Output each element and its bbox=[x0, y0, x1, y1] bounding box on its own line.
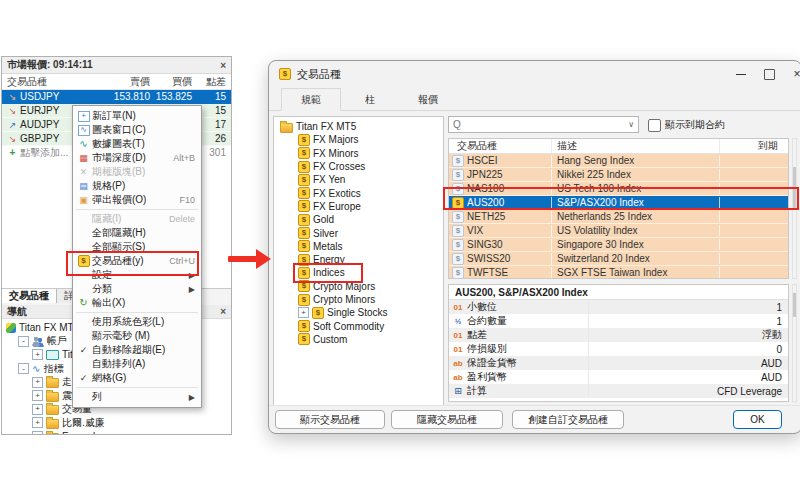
menu-item[interactable]: 列▶ bbox=[73, 390, 201, 404]
menu-item[interactable]: $ 交易品種(y)Ctrl+U bbox=[73, 254, 201, 268]
close-button[interactable]: × bbox=[783, 64, 800, 84]
column-ask[interactable]: 買價 bbox=[150, 75, 192, 89]
table-scrollbar[interactable] bbox=[792, 138, 797, 279]
tree-expander[interactable]: + bbox=[32, 404, 43, 415]
property-label: 保證金貨幣 bbox=[467, 356, 588, 370]
column-symbol[interactable]: 交易品種 bbox=[449, 139, 552, 153]
checkbox-icon[interactable] bbox=[648, 119, 661, 132]
mt5-logo-icon bbox=[6, 323, 16, 333]
tree-expander[interactable]: + bbox=[32, 349, 43, 360]
menu-item[interactable]: 分類▶ bbox=[73, 282, 201, 296]
menu-item[interactable]: ▦ 市場深度(D)Alt+B bbox=[73, 151, 201, 165]
detail-row[interactable]: 01 點差 浮動 bbox=[449, 328, 788, 342]
detail-row[interactable]: ab 保證金貨幣 AUD bbox=[449, 356, 788, 370]
show-expired-checkbox[interactable]: 顯示到期合約 bbox=[648, 118, 725, 132]
tree-item[interactable]: +$Single Stocks bbox=[274, 306, 443, 319]
tree-item[interactable]: $FX Exotics bbox=[274, 186, 443, 199]
detail-row[interactable]: ½ 合約數量 1 bbox=[449, 314, 788, 328]
menu-item[interactable]: ✓ 自動移除超期(E) bbox=[73, 343, 201, 357]
show-symbol-button[interactable]: 顯示交易品種 bbox=[275, 410, 385, 429]
tree-item[interactable]: $Indices bbox=[274, 266, 443, 279]
search-icon: Q bbox=[453, 119, 461, 130]
menu-item[interactable]: ✕ 期權版塊(B) bbox=[73, 165, 201, 179]
menu-item[interactable]: 全部隱藏(H) bbox=[73, 226, 201, 240]
dialog-tab[interactable]: 報價 bbox=[399, 89, 457, 110]
tree-item[interactable]: $FX Crosses bbox=[274, 160, 443, 173]
dialog-titlebar: $ 交易品種 bbox=[269, 61, 800, 87]
chevron-down-icon[interactable]: ∨ bbox=[628, 120, 634, 129]
tree-item[interactable]: $Crypto Minors bbox=[274, 293, 443, 306]
tab-symbols[interactable]: 交易品種 bbox=[2, 289, 57, 303]
market-watch-row[interactable]: ↘USDJPY 153.810 153.825 15 bbox=[2, 90, 231, 104]
tree-item[interactable]: $Silver bbox=[274, 226, 443, 239]
close-icon[interactable]: × bbox=[220, 306, 226, 317]
symbol-row[interactable]: $ NETH25 Netherlands 25 Index bbox=[449, 210, 788, 224]
symbol-row[interactable]: $ SING30 Singapore 30 Index bbox=[449, 238, 788, 252]
menu-item[interactable]: 顯示毫秒 (M) bbox=[73, 329, 201, 343]
tree-expander[interactable]: - bbox=[18, 363, 29, 374]
tree-item[interactable]: $Metals bbox=[274, 240, 443, 253]
tree-item[interactable]: $FX Europe bbox=[274, 200, 443, 213]
symbol-row[interactable]: $ VIX US Volatility Index bbox=[449, 224, 788, 238]
tree-item[interactable]: $Custom bbox=[274, 333, 443, 346]
symbol-row[interactable]: $ HSCEI Hang Seng Index bbox=[449, 154, 788, 168]
menu-item[interactable]: ▣ 彈出報價(O)F10 bbox=[73, 193, 201, 207]
create-custom-symbol-button[interactable]: 創建自訂交易品種 bbox=[512, 410, 624, 429]
menu-item[interactable]: ▤ 規格(P) bbox=[73, 179, 201, 193]
tree-expander[interactable]: + bbox=[32, 377, 43, 388]
column-expiry[interactable]: 到期 bbox=[720, 139, 788, 153]
symbol-row[interactable]: $ SWISS20 Switzerland 20 Index bbox=[449, 252, 788, 266]
dialog-tab[interactable]: 規範 bbox=[281, 88, 341, 111]
symbol-row[interactable]: $ AUS200 S&P/ASX200 Index bbox=[449, 196, 788, 210]
details-scrollbar[interactable] bbox=[792, 284, 797, 402]
tree-item[interactable]: $FX Majors bbox=[274, 133, 443, 146]
dialog-tab[interactable]: 柱 bbox=[341, 89, 399, 110]
menu-item[interactable]: ↻ 輸出(X) bbox=[73, 296, 201, 310]
menu-item[interactable]: 隱藏(I)Delete bbox=[73, 212, 201, 226]
menu-item[interactable]: 設定▶ bbox=[73, 268, 201, 282]
close-icon[interactable]: × bbox=[220, 60, 226, 71]
menu-item[interactable]: ∿ 圖表窗口(C) bbox=[73, 123, 201, 137]
tree-item[interactable]: +比爾.威廉 bbox=[2, 416, 231, 430]
tree-item[interactable]: $FX Yen bbox=[274, 173, 443, 186]
column-bid[interactable]: 賣價 bbox=[102, 75, 150, 89]
tree-item[interactable]: $Energy bbox=[274, 253, 443, 266]
ok-button[interactable]: OK bbox=[733, 410, 782, 429]
symbol-row[interactable]: $ JPN225 Nikkei 225 Index bbox=[449, 168, 788, 182]
tree-item[interactable]: $Gold bbox=[274, 213, 443, 226]
tree-expander[interactable]: + bbox=[32, 431, 43, 435]
menu-item[interactable]: 全部顯示(S) bbox=[73, 240, 201, 254]
tree-expander[interactable]: + bbox=[298, 307, 309, 318]
menu-item[interactable]: + 新訂單(N) bbox=[73, 109, 201, 123]
symbol-row[interactable]: $ NAS100 US Tech 100 Index bbox=[449, 182, 788, 196]
menu-separator bbox=[76, 209, 198, 210]
tree-item[interactable]: Titan FX MT5 bbox=[274, 120, 443, 133]
menu-item[interactable]: ✓ 網格(G) bbox=[73, 371, 201, 385]
menu-item[interactable]: 使用系統色彩(L) bbox=[73, 315, 201, 329]
detail-row[interactable]: 01 停損級別 0 bbox=[449, 342, 788, 356]
maximize-button[interactable] bbox=[755, 64, 783, 84]
hide-symbol-button[interactable]: 隱藏交易品種 bbox=[391, 410, 503, 429]
tree-item[interactable]: $Soft Commodity bbox=[274, 319, 443, 332]
detail-row[interactable]: ab 盈利貨幣 AUD bbox=[449, 370, 788, 384]
menu-item[interactable]: ∿ 數據圖表(T) bbox=[73, 137, 201, 151]
menu-item[interactable]: 自動排列(A) bbox=[73, 357, 201, 371]
symbol-name: TWFTSE bbox=[467, 267, 508, 278]
tree-item[interactable]: $Crypto Majors bbox=[274, 280, 443, 293]
detail-row[interactable]: ⊞ 計算 CFD Leverage bbox=[449, 384, 788, 398]
tree-expander[interactable]: + bbox=[32, 417, 43, 428]
dialog-footer: 顯示交易品種 隱藏交易品種 創建自訂交易品種 OK bbox=[269, 405, 800, 434]
column-description[interactable]: 描述 bbox=[552, 139, 720, 153]
tree-expander[interactable]: + bbox=[32, 390, 43, 401]
tree-expander[interactable]: - bbox=[18, 336, 29, 347]
tree-item[interactable]: +Examples bbox=[2, 430, 231, 435]
search-input[interactable] bbox=[464, 118, 628, 131]
symbol-row[interactable]: $ TWFTSE SGX FTSE Taiwan Index bbox=[449, 266, 788, 279]
column-symbol[interactable]: 交易品種 bbox=[2, 75, 102, 89]
symbol-description: Netherlands 25 Index bbox=[552, 211, 720, 222]
minimize-button[interactable] bbox=[727, 64, 755, 84]
detail-row[interactable]: 01 小數位 1 bbox=[449, 300, 788, 314]
column-spread[interactable]: 點差 bbox=[192, 75, 231, 89]
tree-item[interactable]: $FX Minors bbox=[274, 147, 443, 160]
menu-shortcut: Ctrl+U bbox=[169, 256, 195, 266]
